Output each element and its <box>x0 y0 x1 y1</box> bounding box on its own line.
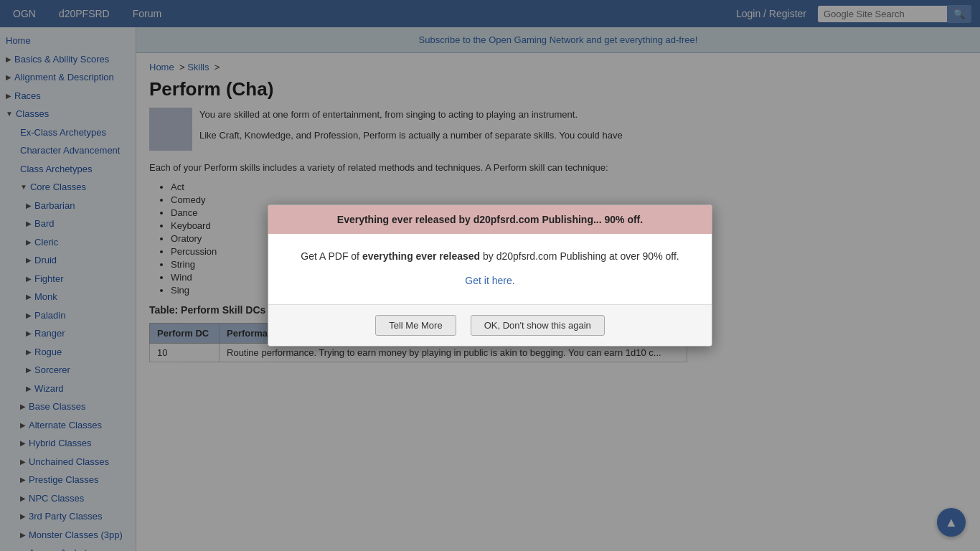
tell-me-more-button[interactable]: Tell Me More <box>375 315 456 336</box>
modal-footer: Tell Me More OK, Don't show this again <box>268 304 712 346</box>
modal-body: Get A PDF of everything ever released by… <box>268 234 712 304</box>
modal-dialog: Everything ever released by d20pfsrd.com… <box>268 204 712 347</box>
ok-dont-show-button[interactable]: OK, Don't show this again <box>471 315 605 336</box>
modal-overlay: Everything ever released by d20pfsrd.com… <box>0 0 980 551</box>
modal-link[interactable]: Get it here. <box>465 275 514 286</box>
modal-body-rest: by d20pfsrd.com Publishing at over 90% o… <box>483 250 679 262</box>
modal-body-text: Get A PDF of <box>301 250 359 262</box>
modal-header: Everything ever released by d20pfsrd.com… <box>268 205 712 234</box>
modal-body-bold: everything ever released <box>362 250 480 262</box>
